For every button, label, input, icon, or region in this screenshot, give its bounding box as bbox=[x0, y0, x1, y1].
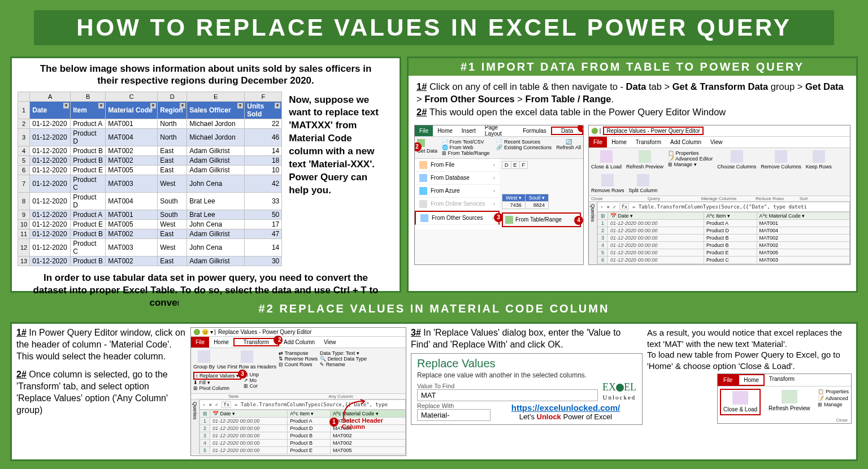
close-load-button[interactable]: Close & Load bbox=[591, 150, 622, 170]
get-data-button[interactable]: Get Data 2 bbox=[416, 138, 439, 157]
replace-values-button[interactable]: ↕ Replace Values ▾3 bbox=[193, 372, 241, 380]
excel-data-table: A B C D E F 1 Date▾ Item▾ Material Code▾… bbox=[18, 92, 282, 266]
menu-from-file[interactable]: From File› bbox=[415, 159, 500, 172]
excel-unlocked-link[interactable]: https://excelunlocked.com/ bbox=[511, 403, 620, 412]
screenshot-transform-replace: 🟢 😐 ▾ | Replace Values - Power Query Edi… bbox=[190, 327, 406, 456]
refresh-preview-button[interactable]: Refresh Preview bbox=[766, 389, 812, 415]
menu-from-azure[interactable]: From Azure› bbox=[415, 185, 500, 198]
menu-from-online: From Online Services› bbox=[415, 198, 500, 211]
transform-tab[interactable]: Transform2 bbox=[233, 338, 279, 346]
panel-step2: 1# In Power Query Editor window, click o… bbox=[10, 322, 858, 461]
keep-rows-button[interactable]: Keep Rows bbox=[806, 150, 832, 170]
panel-intro: The below image shows information about … bbox=[10, 57, 401, 293]
step2-heading: #2 REPLACE VALUES IN MATERIAL CODE COLUM… bbox=[179, 298, 689, 319]
value-to-find-input[interactable]: MAT bbox=[417, 389, 598, 401]
panel-step1: #1 IMPORT DATA FROM TABLE TO POWER QUERY… bbox=[407, 57, 858, 293]
remove-columns-button[interactable]: Remove Columns bbox=[761, 150, 801, 170]
close-load-button[interactable]: Close & Load bbox=[720, 389, 761, 415]
replace-with-input[interactable]: Material- bbox=[417, 409, 491, 421]
menu-from-database[interactable]: From Database› bbox=[415, 172, 500, 185]
excel-unlocked-logo: EXEL Unlocked bbox=[602, 383, 636, 401]
choose-columns-button[interactable]: Choose Columns bbox=[717, 150, 756, 170]
screenshot-powerquery-editor: 🟢 | Replace Values - Power Query Editor … bbox=[588, 125, 850, 265]
file-tab[interactable]: File bbox=[415, 125, 433, 136]
page-title: HOW TO REPLACE VALUES IN EXCEL POWER QUE… bbox=[34, 10, 834, 45]
step1-text: 1# Click on any of cell in table & then … bbox=[409, 76, 856, 123]
step2-text: 1# In Power Query Editor window, click o… bbox=[16, 327, 186, 456]
step1-heading: #1 IMPORT DATA FROM TABLE TO POWER QUERY bbox=[409, 58, 856, 76]
step3-text: 3# In 'Replace Values' dialog box, enter… bbox=[411, 327, 643, 351]
dialog-title: Replace Values bbox=[417, 357, 636, 370]
pq-file-tab[interactable]: File bbox=[589, 137, 607, 147]
result-text: As a result, you would notice that excel… bbox=[647, 327, 852, 456]
intro-text: The below image shows information about … bbox=[12, 58, 400, 92]
replace-values-dialog: Replace Values Replace one value with an… bbox=[411, 353, 643, 425]
home-tab[interactable]: Home bbox=[738, 374, 765, 386]
refresh-preview-button[interactable]: Refresh Preview bbox=[626, 150, 663, 170]
menu-from-table-range[interactable]: From Table/Range 4 bbox=[502, 212, 581, 227]
remove-rows-button[interactable]: Remove Rows bbox=[591, 174, 624, 193]
split-column-button[interactable]: Split Column bbox=[629, 174, 658, 193]
screenshot-close-load: File Home Transform Close & Load Refresh… bbox=[717, 374, 852, 424]
side-note: Now, suppose we want to replace text 'MA… bbox=[289, 92, 385, 266]
menu-from-other-sources[interactable]: From Other Sources›3 bbox=[415, 211, 500, 225]
screenshot-excel-getdata: File Home Insert Page Layout Formulas Da… bbox=[414, 125, 584, 265]
data-tab[interactable]: Data1 bbox=[551, 127, 583, 135]
